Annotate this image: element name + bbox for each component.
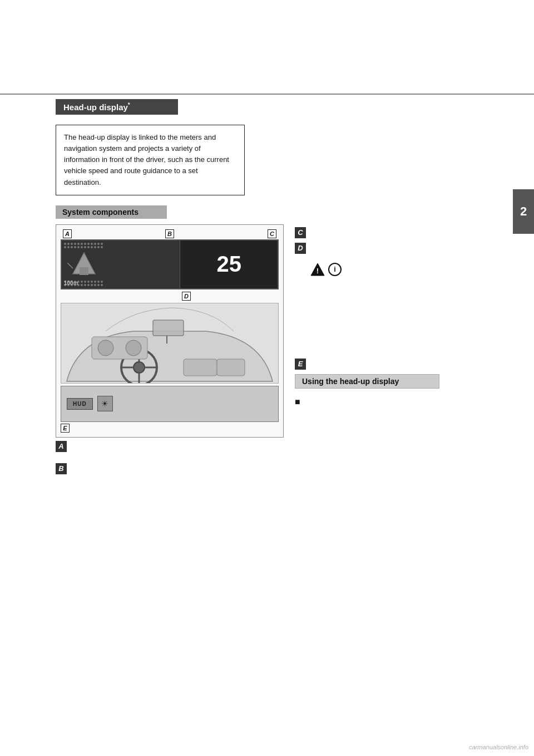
watermark: carmanualsonline.info — [469, 744, 528, 750]
section-header: Head-up display* — [56, 99, 178, 115]
svg-point-14 — [98, 340, 113, 356]
section-title-sup: * — [128, 102, 130, 108]
svg-point-4 — [134, 362, 145, 373]
subsection-title: System components — [62, 208, 139, 217]
svg-rect-11 — [184, 359, 217, 376]
hud-diagram: A B C — [56, 224, 284, 438]
using-bullet-row: ■ — [295, 397, 501, 406]
label-E-row: E — [61, 424, 279, 433]
using-header: Using the head-up display — [295, 374, 439, 389]
hud-right-panel: 25 — [180, 240, 278, 288]
using-section: Using the head-up display ■ — [295, 374, 501, 406]
info-icon: i — [328, 263, 342, 276]
hud-distance: 100m — [64, 280, 78, 286]
info-box: The head-up display is linked to the met… — [56, 125, 245, 195]
label-A-section-bottom: A — [56, 441, 284, 452]
top-rule — [0, 94, 534, 95]
car-interior-svg — [61, 303, 278, 384]
car-diagram-container — [61, 303, 279, 384]
label-D-box: D — [295, 243, 306, 254]
label-E-right-box: E — [295, 359, 306, 370]
using-bullet: ■ — [295, 397, 300, 406]
svg-rect-9 — [153, 320, 184, 336]
hud-speed: 25 — [216, 252, 241, 277]
svg-rect-12 — [217, 359, 245, 376]
diagram-area: A B C — [56, 224, 501, 452]
section-title: Head-up display — [63, 102, 128, 112]
chapter-number: 2 — [520, 204, 527, 219]
label-B-badge: B — [165, 229, 174, 238]
subsection-header: System components — [56, 205, 167, 219]
label-D-area: D — [94, 292, 279, 301]
label-B-header: B — [56, 463, 501, 474]
label-D-row: D — [295, 243, 501, 254]
label-B-box: B — [56, 463, 67, 474]
svg-rect-1 — [80, 267, 88, 275]
svg-text:!: ! — [317, 267, 319, 275]
label-E-right-row: E — [295, 359, 501, 370]
label-D-badge: D — [182, 292, 191, 301]
hud-composite: 100m — [61, 239, 279, 289]
label-B-section: B — [56, 463, 501, 474]
using-title: Using the head-up display — [302, 377, 399, 386]
label-C-row: C — [295, 227, 501, 238]
warning-block: ! i — [310, 263, 501, 276]
svg-point-15 — [126, 340, 141, 356]
nav-arrow-svg — [67, 252, 101, 277]
label-A-badge: A — [63, 229, 72, 238]
chapter-tab: 2 — [513, 189, 534, 234]
svg-line-2 — [67, 263, 73, 268]
warning-icon: ! — [310, 263, 325, 276]
dash-panel: HUD ☀ — [61, 386, 279, 422]
hud-left-panel: 100m — [62, 240, 180, 288]
label-C-box: C — [295, 227, 306, 238]
diagram-left: A B C — [56, 224, 284, 452]
labels-above-hud: A B C — [61, 229, 279, 238]
info-box-text: The head-up display is linked to the met… — [64, 133, 229, 186]
main-content: Head-up display* The head-up display is … — [56, 99, 501, 484]
diagram-right: C D ! i — [295, 224, 501, 452]
hud-button[interactable]: HUD — [67, 398, 93, 410]
brightness-icon[interactable]: ☀ — [97, 396, 113, 411]
label-C-badge: C — [268, 229, 276, 238]
label-A-box: A — [56, 441, 67, 452]
page-container: 2 Head-up display* The head-up display i… — [0, 0, 534, 756]
label-E-badge: E — [61, 424, 70, 433]
